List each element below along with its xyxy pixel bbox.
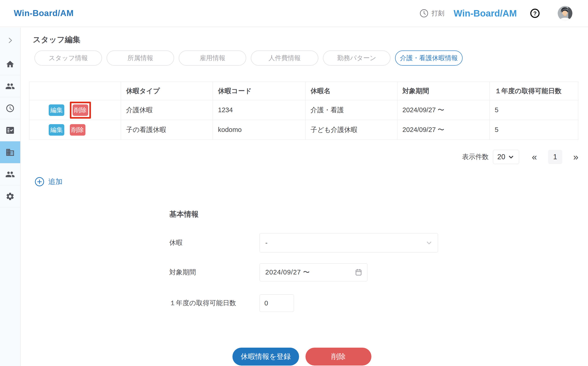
register-leave-button[interactable]: 休暇情報を登録 [232, 348, 299, 366]
clock-icon [6, 104, 15, 113]
leave-select[interactable]: - [259, 233, 438, 252]
leave-select-value: - [260, 239, 267, 247]
tab-work-pattern[interactable]: 勤務パターン [323, 51, 391, 66]
column-header-days: １年度の取得可能日数 [490, 82, 578, 100]
page-title: スタッフ編集 [33, 34, 80, 45]
svg-text:?: ? [533, 10, 537, 16]
tab-labor-cost-info[interactable]: 人件費情報 [251, 51, 318, 66]
form-row-period: 対象期間 2024/09/27 〜 [169, 263, 196, 281]
top-bar: Win-Board/AM 打刻 Win-Board/AM ? [0, 0, 588, 27]
sidebar [0, 28, 21, 366]
sidebar-item-settings[interactable] [0, 185, 20, 207]
period-field-label: 対象期間 [169, 268, 196, 277]
page-size-value: 20 [497, 153, 505, 161]
home-icon [6, 60, 15, 69]
calendar-icon[interactable] [354, 268, 363, 276]
cell-days: 5 [490, 100, 578, 120]
sidebar-item-staff[interactable] [0, 75, 20, 97]
column-header-leave-code: 休暇コード [213, 82, 306, 100]
period-value: 2024/09/27 〜 [260, 268, 310, 277]
delete-highlight-box: 削除 [70, 102, 91, 119]
cell-leave-type: 子の看護休暇 [121, 120, 213, 140]
clock-icon [419, 8, 429, 18]
punch-clock-button[interactable]: 打刻 [419, 8, 444, 18]
sidebar-expand-button[interactable] [0, 28, 20, 53]
days-field-label: １年度の取得可能日数 [169, 298, 236, 308]
tab-care-leave-info[interactable]: 介護・看護休暇情報 [395, 51, 463, 66]
members-icon [5, 170, 15, 179]
leave-field-label: 休暇 [169, 238, 183, 247]
table-row: 編集 削除 子の看護休暇 kodomo 子ども介護休暇 2024/09/27 〜… [29, 120, 578, 140]
delete-leave-button[interactable]: 削除 [306, 348, 371, 366]
sidebar-item-company[interactable] [0, 141, 20, 163]
section-title: 基本情報 [169, 209, 199, 219]
table-header-row: 休暇タイプ 休暇コード 休暇名 対象期間 １年度の取得可能日数 [29, 82, 578, 100]
user-avatar[interactable] [558, 6, 572, 21]
cell-leave-code: kodomo [213, 120, 306, 140]
column-header-leave-type: 休暇タイプ [121, 82, 213, 100]
tab-employment-info[interactable]: 雇用情報 [179, 51, 246, 66]
column-header-period: 対象期間 [397, 82, 490, 100]
page-size-select[interactable]: 20 [493, 150, 519, 164]
add-label: 追加 [48, 177, 63, 187]
row-edit-button[interactable]: 編集 [49, 124, 64, 136]
prev-page-button[interactable]: « [532, 152, 537, 161]
cell-days: 5 [490, 120, 578, 140]
column-header-actions [29, 82, 121, 100]
row-delete-button[interactable]: 削除 [70, 124, 86, 136]
current-page-indicator[interactable]: 1 [548, 150, 562, 164]
cell-period: 2024/09/27 〜 [397, 120, 490, 140]
chevron-down-icon [425, 239, 433, 246]
table-row: 編集 削除 介護休暇 1234 介護・看護 2024/09/27 〜 5 [29, 100, 578, 120]
page-size-label: 表示件数 [462, 152, 489, 161]
cell-leave-type: 介護休暇 [121, 100, 213, 120]
plus-circle-icon [34, 177, 45, 187]
tab-bar: スタッフ情報 所属情報 雇用情報 人件費情報 勤務パターン 介護・看護休暇情報 [34, 51, 463, 66]
settings-gear-icon [6, 192, 15, 201]
pagination: 表示件数 20 « 1 » [462, 150, 579, 164]
footer-actions: 休暇情報を登録 削除 [232, 348, 371, 366]
row-edit-button[interactable]: 編集 [49, 104, 64, 116]
product-name[interactable]: Win-Board/AM [454, 8, 517, 19]
add-leave-button[interactable]: 追加 [34, 177, 63, 187]
next-page-button[interactable]: » [573, 152, 578, 161]
chevron-right-icon [6, 37, 14, 44]
main-content: スタッフ編集 スタッフ情報 所属情報 雇用情報 人件費情報 勤務パターン 介護・… [21, 28, 588, 366]
cell-leave-name: 介護・看護 [306, 100, 397, 120]
staff-icon [5, 82, 15, 91]
column-header-leave-name: 休暇名 [306, 82, 397, 100]
sidebar-item-time[interactable] [0, 97, 20, 119]
cell-leave-code: 1234 [213, 100, 306, 120]
punch-label: 打刻 [431, 9, 444, 18]
attendance-list-icon [6, 126, 15, 135]
app-logo: Win-Board/AM [14, 8, 74, 18]
sidebar-item-home[interactable] [0, 53, 20, 75]
row-delete-button[interactable]: 削除 [73, 104, 88, 116]
cell-leave-name: 子ども介護休暇 [306, 120, 397, 140]
leave-table: 休暇タイプ 休暇コード 休暇名 対象期間 １年度の取得可能日数 編集 削除 介護… [29, 82, 578, 140]
cell-period: 2024/09/27 〜 [397, 100, 490, 120]
period-date-input[interactable]: 2024/09/27 〜 [259, 263, 368, 281]
sidebar-item-attendance[interactable] [0, 119, 20, 141]
chevron-down-icon [508, 153, 515, 160]
form-row-days: １年度の取得可能日数 [169, 294, 236, 312]
tab-staff-info[interactable]: スタッフ情報 [34, 51, 102, 66]
top-bar-right: 打刻 Win-Board/AM ? [419, 6, 572, 21]
sidebar-item-members[interactable] [0, 163, 20, 185]
form-row-leave: 休暇 - [169, 233, 183, 252]
company-icon [6, 148, 15, 157]
days-input[interactable] [259, 294, 294, 312]
help-icon[interactable]: ? [530, 8, 540, 19]
tab-affiliation-info[interactable]: 所属情報 [107, 51, 174, 66]
